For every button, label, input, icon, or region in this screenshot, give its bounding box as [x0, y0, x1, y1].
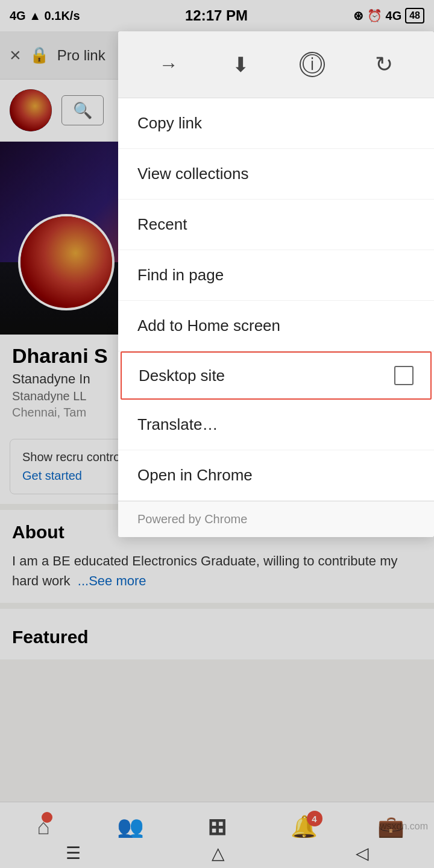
open-in-chrome-item[interactable]: Open in Chrome — [118, 450, 434, 501]
info-button[interactable]: ⓘ — [291, 43, 333, 86]
powered-by: Powered by Chrome — [118, 501, 434, 537]
copy-link-item[interactable]: Copy link — [118, 98, 434, 149]
add-to-home-label: Add to Home screen — [137, 316, 280, 335]
find-in-page-item[interactable]: Find in page — [118, 250, 434, 301]
recent-label: Recent — [137, 215, 187, 234]
desktop-site-checkbox[interactable] — [394, 366, 414, 385]
download-icon: ⬇ — [232, 52, 249, 77]
forward-icon: → — [159, 54, 178, 76]
find-in-page-label: Find in page — [137, 266, 224, 285]
add-to-home-item[interactable]: Add to Home screen — [118, 301, 434, 351]
download-button[interactable]: ⬇ — [219, 43, 262, 86]
info-icon: ⓘ — [300, 52, 325, 77]
translate-item[interactable]: Translate… — [118, 400, 434, 450]
menu-icon-row: → ⬇ ⓘ ↻ — [118, 31, 434, 98]
refresh-button[interactable]: ↻ — [363, 43, 405, 86]
open-in-chrome-label: Open in Chrome — [137, 466, 253, 485]
context-menu: → ⬇ ⓘ ↻ Copy link View collections Recen… — [118, 31, 434, 537]
desktop-site-item[interactable]: Desktop site — [121, 351, 432, 400]
desktop-site-label: Desktop site — [139, 366, 225, 385]
view-collections-label: View collections — [137, 165, 249, 183]
copy-link-label: Copy link — [137, 114, 202, 133]
translate-label: Translate… — [137, 415, 218, 434]
watermark: wsxdn.com — [380, 821, 428, 832]
view-collections-item[interactable]: View collections — [118, 149, 434, 200]
recent-item[interactable]: Recent — [118, 200, 434, 250]
refresh-icon: ↻ — [375, 52, 393, 77]
forward-button[interactable]: → — [148, 43, 190, 86]
